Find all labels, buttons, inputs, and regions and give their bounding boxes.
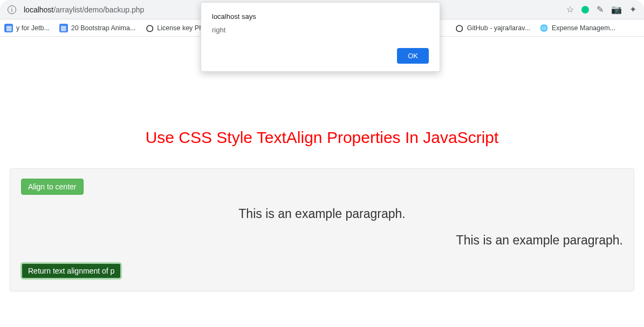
extension-green-icon[interactable] [581, 6, 589, 13]
wand-icon[interactable]: ✎ [597, 4, 604, 15]
bookmark-item[interactable]: ▦ y for Jetb... [4, 24, 50, 32]
info-icon[interactable]: i [8, 5, 16, 14]
favicon-doc-icon: ▦ [4, 24, 13, 32]
page-content: Use CSS Style TextAlign Properties In Ja… [0, 37, 644, 301]
bookmark-item[interactable]: 🌐 Expense Managem... [540, 24, 615, 32]
return-alignment-button[interactable]: Return text alignment of p [21, 263, 121, 279]
panel: Align to center This is an example parag… [10, 168, 634, 291]
js-alert-dialog: localhost says right OK [201, 2, 440, 72]
camera-icon[interactable]: 📷 [611, 4, 622, 15]
favicon-doc-icon: ▦ [59, 24, 68, 32]
bookmark-label: GitHub - yajra/larav... [467, 24, 530, 32]
bookmark-item[interactable]: ▦ 20 Bootstrap Anima... [59, 24, 136, 32]
toolbar-right: ☆ ✎ 📷 ✦ [566, 4, 636, 15]
url-host: localhost [24, 5, 53, 14]
favicon-github-icon: ◯ [145, 24, 154, 32]
bookmark-label: y for Jetb... [16, 24, 50, 32]
bookmark-item[interactable]: ◯ GitHub - yajra/larav... [455, 24, 530, 32]
url-path: /arraylist/demo/backup.php [53, 5, 144, 14]
example-paragraph-2: This is an example paragraph. [21, 233, 623, 248]
alert-message: right [212, 26, 429, 34]
alert-title: localhost says [212, 12, 429, 21]
align-center-button[interactable]: Align to center [21, 179, 84, 195]
favicon-github-icon: ◯ [455, 24, 464, 32]
bookmark-label: 20 Bootstrap Anima... [71, 24, 136, 32]
star-icon[interactable]: ☆ [566, 4, 574, 15]
alert-ok-button[interactable]: OK [397, 48, 429, 64]
favicon-globe-icon: 🌐 [540, 24, 549, 32]
bookmark-label: Expense Managem... [552, 24, 615, 32]
example-paragraph-1: This is an example paragraph. [21, 207, 623, 221]
page-heading: Use CSS Style TextAlign Properties In Ja… [10, 128, 634, 147]
puzzle-icon[interactable]: ✦ [629, 4, 636, 15]
